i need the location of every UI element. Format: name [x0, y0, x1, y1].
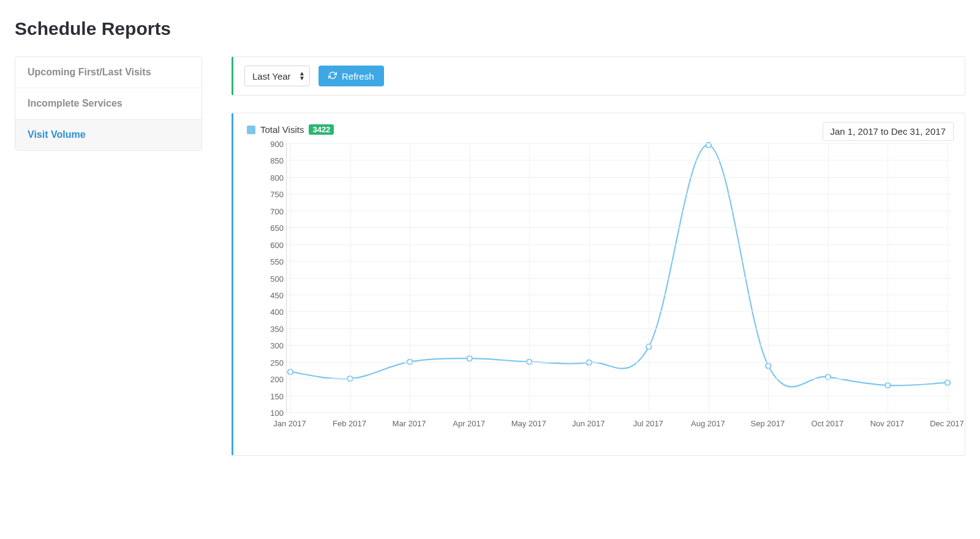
sidebar-item-label: Upcoming First/Last Visits: [28, 67, 151, 77]
sidebar-item-visit-volume[interactable]: Visit Volume: [15, 119, 202, 150]
legend-label: Total Visits: [260, 124, 304, 135]
grid-line-v: [888, 143, 888, 412]
chart-series-line: [290, 145, 948, 387]
grid-line-h: [287, 261, 951, 262]
x-tick-label: Feb 2017: [333, 419, 366, 428]
y-tick-label: 550: [262, 257, 284, 266]
y-tick-label: 350: [262, 324, 284, 333]
grid-line-h: [287, 278, 951, 279]
y-tick-label: 150: [262, 391, 284, 401]
x-tick-label: Nov 2017: [870, 419, 905, 428]
x-tick-label: Aug 2017: [691, 419, 725, 428]
grid-line-v: [410, 143, 410, 412]
refresh-button[interactable]: Refresh: [318, 66, 384, 86]
x-tick-label: Sep 2017: [751, 419, 785, 428]
page-title: Schedule Reports: [15, 18, 965, 39]
grid-line-h: [287, 211, 951, 211]
y-tick-label: 650: [262, 224, 284, 233]
y-tick-label: 900: [262, 140, 284, 149]
y-tick-label: 200: [262, 375, 284, 384]
y-tick-label: 400: [262, 307, 284, 317]
grid-line-h: [287, 160, 951, 160]
y-tick-label: 300: [262, 341, 284, 350]
main-content: Last Year ▲▼ Refresh Total Visits: [232, 56, 965, 456]
grid-line-v: [768, 143, 769, 412]
grid-line-h: [287, 379, 951, 379]
sidebar-item-incomplete-services[interactable]: Incomplete Services: [15, 88, 202, 119]
grid-line-h: [287, 177, 951, 178]
x-tick-label: Jul 2017: [633, 419, 663, 428]
grid-line-h: [287, 295, 951, 295]
grid-line-v: [470, 143, 470, 412]
grid-line-h: [287, 311, 951, 312]
date-range-select[interactable]: Last Year: [244, 66, 310, 86]
chart-panel: Total Visits 3422 Jan 1, 2017 to Dec 31,…: [232, 113, 965, 456]
grid-line-v: [948, 143, 948, 412]
sidebar: Upcoming First/Last Visits Incomplete Se…: [15, 56, 202, 151]
y-axis: 1001502002503003504004505005506006507007…: [262, 143, 284, 413]
grid-line-h: [287, 227, 951, 228]
grid-line-v: [709, 143, 709, 412]
legend-swatch-icon: [247, 126, 255, 134]
grid-line-v: [649, 143, 649, 412]
x-tick-label: Jan 2017: [273, 419, 306, 428]
layout: Upcoming First/Last Visits Incomplete Se…: [15, 56, 965, 456]
grid-line-h: [287, 362, 951, 363]
grid-line-h: [287, 194, 951, 194]
grid-line-v: [350, 143, 351, 412]
grid-line-v: [589, 143, 590, 412]
date-range-badge: Jan 1, 2017 to Dec 31, 2017: [823, 122, 954, 141]
grid-line-h: [287, 143, 951, 144]
chart-area: 1001502002503003504004505005506006507007…: [265, 143, 951, 431]
grid-line-v: [828, 143, 829, 412]
x-tick-label: Apr 2017: [453, 419, 485, 428]
date-range-select-wrap: Last Year ▲▼: [244, 66, 310, 86]
sidebar-item-label: Incomplete Services: [28, 98, 123, 108]
grid-line-h: [287, 412, 951, 413]
grid-line-h: [287, 396, 951, 396]
sidebar-item-upcoming-visits[interactable]: Upcoming First/Last Visits: [15, 57, 202, 88]
x-tick-label: May 2017: [511, 419, 546, 428]
toolbar: Last Year ▲▼ Refresh: [232, 56, 965, 96]
x-tick-label: Jun 2017: [572, 419, 605, 428]
y-tick-label: 500: [262, 274, 284, 283]
y-tick-label: 450: [262, 290, 284, 300]
grid-line-v: [290, 143, 291, 412]
y-tick-label: 850: [262, 156, 284, 165]
x-axis: Jan 2017Feb 2017Mar 2017Apr 2017May 2017…: [286, 414, 951, 431]
refresh-icon: [328, 71, 337, 81]
grid-line-h: [287, 345, 951, 345]
grid-line-v: [529, 143, 530, 412]
sidebar-item-label: Visit Volume: [28, 129, 86, 140]
total-visits-badge: 3422: [309, 124, 334, 135]
y-tick-label: 800: [262, 173, 284, 182]
grid-line-h: [287, 328, 951, 329]
x-tick-label: Dec 2017: [930, 419, 964, 428]
y-tick-label: 100: [262, 409, 284, 418]
x-tick-label: Oct 2017: [812, 419, 844, 428]
x-tick-label: Mar 2017: [393, 419, 426, 428]
y-tick-label: 600: [262, 240, 284, 249]
refresh-button-label: Refresh: [342, 71, 374, 81]
y-tick-label: 750: [262, 190, 284, 199]
y-tick-label: 700: [262, 206, 284, 216]
chart-plot: [286, 143, 951, 413]
y-tick-label: 250: [262, 358, 284, 367]
grid-line-h: [287, 244, 951, 245]
